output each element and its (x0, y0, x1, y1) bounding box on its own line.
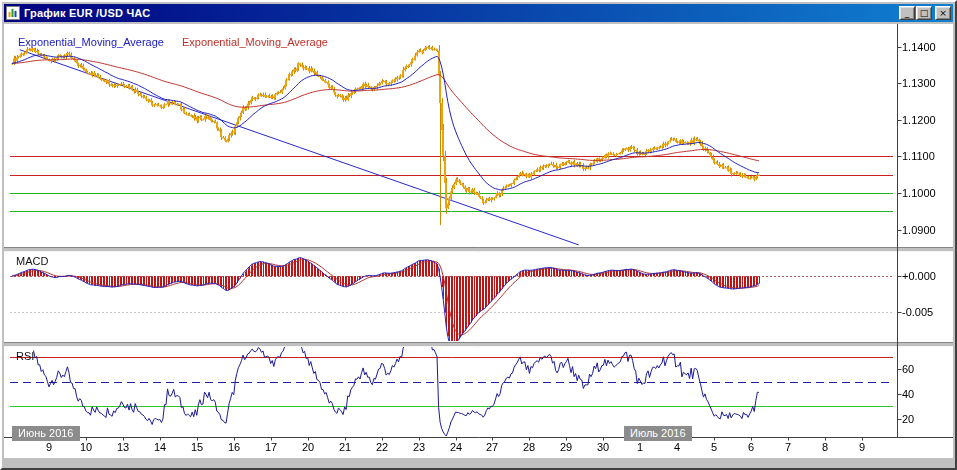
maximize-icon: □ (920, 7, 929, 19)
window-controls: _ □ × (898, 6, 951, 20)
title-bar[interactable]: График EUR /USD ЧАС _ □ × (4, 4, 953, 22)
month-badge-june: Июнь 2016 (12, 426, 80, 441)
close-icon: × (939, 7, 947, 19)
ema-red-label: Exponential_Moving_Average (182, 36, 328, 48)
rsi-label: RSI (16, 350, 34, 362)
chart-window: График EUR /USD ЧАС _ □ × Exponential_Mo… (0, 0, 957, 470)
ema-blue-label: Exponential_Moving_Average (18, 36, 164, 48)
minimize-button[interactable]: _ (899, 6, 915, 20)
chart-client-area: Exponential_Moving_Average Exponential_M… (4, 24, 953, 458)
chart-canvas[interactable] (4, 24, 953, 458)
minimize-icon: _ (905, 7, 910, 19)
month-badge-july: Июль 2016 (624, 426, 692, 441)
window-title: График EUR /USD ЧАС (24, 7, 150, 19)
macd-label: MACD (16, 255, 48, 267)
maximize-button[interactable]: □ (916, 6, 932, 20)
close-button[interactable]: × (935, 6, 951, 20)
chart-icon[interactable] (6, 6, 20, 20)
